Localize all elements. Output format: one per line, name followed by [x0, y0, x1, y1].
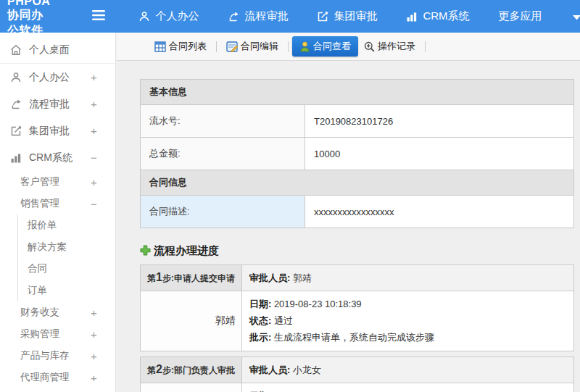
sidebar-item-reports[interactable]: 报表与统计 [0, 388, 115, 392]
sidebar-item-label: 代理商管理 [20, 371, 91, 384]
expand-icon[interactable]: + [91, 125, 109, 137]
tab-separator [216, 41, 217, 52]
tab-label: 合同编辑 [241, 40, 278, 53]
nav-group-approval[interactable]: 集团审批 [317, 9, 377, 23]
sidebar-item-order[interactable]: 订单 [18, 280, 115, 301]
tab-label: 合同列表 [169, 40, 207, 53]
chevron-down-icon [573, 10, 580, 23]
table-row: 总金额: 10000 [141, 138, 574, 170]
section-contract-info: 合同信息 [141, 170, 574, 196]
approver-name: 小龙女 [141, 383, 242, 392]
sidebar-item-crm[interactable]: CRM系统 − [0, 144, 115, 171]
sidebar-item-sales-mgmt[interactable]: 销售管理 − [0, 193, 115, 214]
top-nav: 个人办公 流程审批 集团审批 CRM系统 更多应用 [138, 9, 580, 23]
sidebar-item-label: 财务收支 [20, 306, 91, 319]
section-basic-info: 基本信息 [141, 80, 574, 105]
step-title: 第2步:部门负责人审批 [141, 357, 242, 383]
progress-steps: 第1步:申请人提交申请 审批人员: 郭靖 郭靖 日期: 2019-08-23 1… [140, 264, 574, 392]
sidebar-item-contract[interactable]: 合同 [18, 258, 115, 280]
collapse-icon[interactable]: − [91, 151, 109, 164]
sidebar-item-customer-mgmt[interactable]: 客户管理 + [0, 171, 115, 193]
sidebar-item-group-approval[interactable]: 集团审批 + [0, 117, 115, 144]
sidebar-item-finance[interactable]: 财务收支 + [0, 301, 115, 323]
nav-label: 更多应用 [499, 9, 542, 23]
expand-icon[interactable]: + [91, 350, 109, 362]
nav-process-approval[interactable]: 流程审批 [228, 9, 288, 23]
step-detail: 日期: 2019-08-23 10:21:58 状态: 通过 批示: 通过 [241, 383, 573, 392]
nav-label: 集团审批 [334, 9, 377, 23]
tab-contract-view[interactable]: 合同查看 [292, 36, 358, 57]
step-date: 日期: 2019-08-23 10:21:58 [249, 388, 566, 392]
plus-icon [140, 245, 151, 258]
contract-detail-table: 基本信息 流水号: T20190823101726 总金额: 10000 合同信… [140, 79, 574, 228]
step-approver: 审批人员: 郭靖 [241, 265, 573, 291]
sidebar-item-label: 报价单 [28, 219, 109, 232]
sales-submenu: 报价单 解决方案 合同 订单 [17, 214, 115, 301]
section-title: 基本信息 [141, 80, 574, 105]
tab-contract-list[interactable]: 合同列表 [149, 37, 212, 56]
nav-label: CRM系统 [423, 9, 469, 23]
menu-toggle-button[interactable] [92, 10, 105, 23]
expand-icon[interactable]: + [91, 328, 109, 341]
tab-strip: 合同列表 合同编辑 合同查看 操作记录 [117, 33, 580, 61]
step-status: 状态: 通过 [249, 313, 566, 330]
table-icon [154, 41, 166, 52]
nav-more-apps[interactable]: 更多应用 [499, 9, 542, 23]
tab-label: 操作记录 [378, 40, 415, 53]
approver-name: 郭靖 [141, 291, 242, 351]
tab-contract-edit[interactable]: 合同编辑 [220, 37, 284, 56]
field-label: 总金额: [141, 138, 305, 170]
magnifier-plus-icon [364, 41, 375, 52]
sidebar-item-products[interactable]: 产品与库存 + [0, 345, 115, 367]
bar-chart-icon [10, 152, 22, 164]
sidebar-item-purchase[interactable]: 采购管理 + [0, 323, 115, 345]
sidebar-item-label: 采购管理 [20, 328, 91, 341]
sidebar-item-quotation[interactable]: 报价单 [18, 214, 115, 236]
sidebar-item-label: 销售管理 [20, 197, 91, 210]
process-icon [10, 99, 22, 110]
main-content: 基本信息 流水号: T20190823101726 总金额: 10000 合同信… [116, 62, 580, 392]
step-detail: 日期: 2019-08-23 10:18:39 状态: 通过 批示: 生成流程申… [241, 291, 573, 351]
step-date: 日期: 2019-08-23 10:18:39 [249, 296, 566, 313]
sidebar-item-personal-office[interactable]: 个人办公 + [0, 64, 115, 91]
section-title: 合同信息 [141, 170, 574, 196]
person-view-icon [299, 41, 310, 52]
sidebar-item-label: 集团审批 [29, 125, 83, 138]
tab-separator [425, 41, 426, 52]
process-icon [228, 11, 239, 22]
more-apps-dropdown[interactable] [573, 10, 580, 23]
sidebar-item-label: 流程审批 [29, 98, 83, 111]
hamburger-icon [92, 10, 105, 23]
sidebar-item-label: 订单 [28, 284, 109, 297]
step-remark: 批示: 生成流程申请单，系统自动完成该步骤 [249, 330, 566, 346]
tab-operation-log[interactable]: 操作记录 [358, 37, 421, 56]
expand-icon[interactable]: + [91, 176, 109, 188]
sidebar-item-label: 产品与库存 [20, 349, 91, 362]
sidebar-item-label: 个人办公 [29, 71, 83, 84]
sidebar-item-desktop[interactable]: 个人桌面 [0, 37, 115, 64]
step-title: 第1步:申请人提交申请 [141, 265, 242, 291]
progress-heading: 流程办理进度 [140, 244, 574, 258]
expand-icon[interactable]: + [91, 98, 109, 110]
expand-icon[interactable]: + [91, 372, 109, 384]
progress-title: 流程办理进度 [154, 244, 219, 258]
nav-personal-office[interactable]: 个人办公 [138, 9, 199, 23]
sidebar-item-label: 解决方案 [28, 241, 109, 254]
sidebar: 个人桌面 个人办公 + 流程审批 + 集团审批 + CRM系统 − 客户管理 +… [0, 33, 116, 392]
table-row: 合同描述: xxxxxxxxxxxxxxxxx [141, 196, 574, 228]
nav-crm[interactable]: CRM系统 [406, 9, 469, 23]
sidebar-item-process-approval[interactable]: 流程审批 + [0, 91, 115, 117]
field-value: xxxxxxxxxxxxxxxxx [305, 196, 574, 228]
step-block: 第1步:申请人提交申请 审批人员: 郭靖 郭靖 日期: 2019-08-23 1… [140, 264, 574, 351]
field-label: 合同描述: [141, 196, 305, 228]
sidebar-item-agents[interactable]: 代理商管理 + [0, 367, 115, 388]
nav-label: 个人办公 [155, 9, 199, 23]
edit-icon [317, 11, 328, 22]
sidebar-item-solution[interactable]: 解决方案 [18, 236, 115, 258]
expand-icon[interactable]: + [91, 71, 109, 83]
bar-chart-icon [406, 11, 418, 22]
expand-icon[interactable]: + [91, 306, 109, 319]
home-icon [10, 44, 22, 56]
collapse-icon[interactable]: − [91, 198, 109, 210]
tab-label: 合同查看 [313, 40, 351, 53]
